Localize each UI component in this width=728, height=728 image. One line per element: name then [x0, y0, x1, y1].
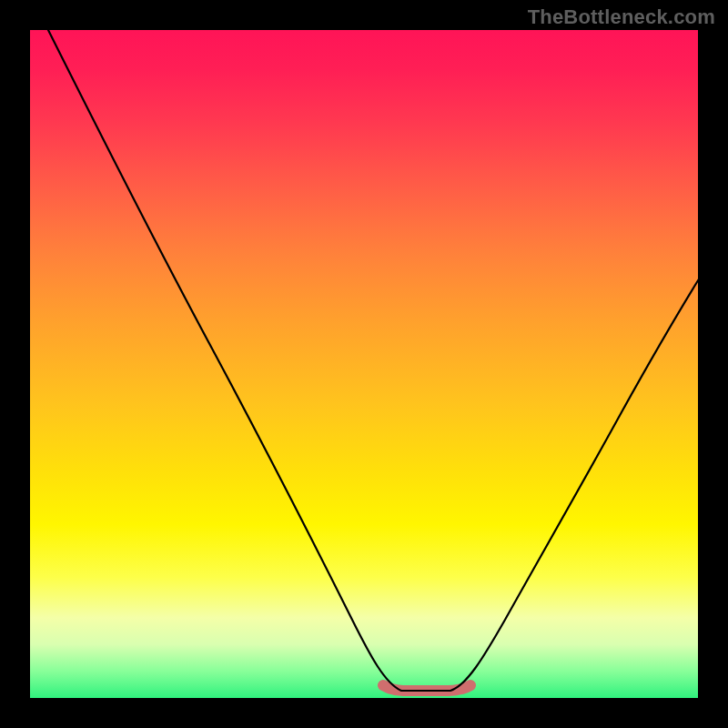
chart-frame: TheBottleneck.com: [0, 0, 728, 728]
chart-svg: [30, 30, 698, 698]
bottleneck-curve-line: [46, 30, 698, 691]
watermark-text: TheBottleneck.com: [528, 5, 715, 29]
plot-area: [30, 30, 698, 698]
